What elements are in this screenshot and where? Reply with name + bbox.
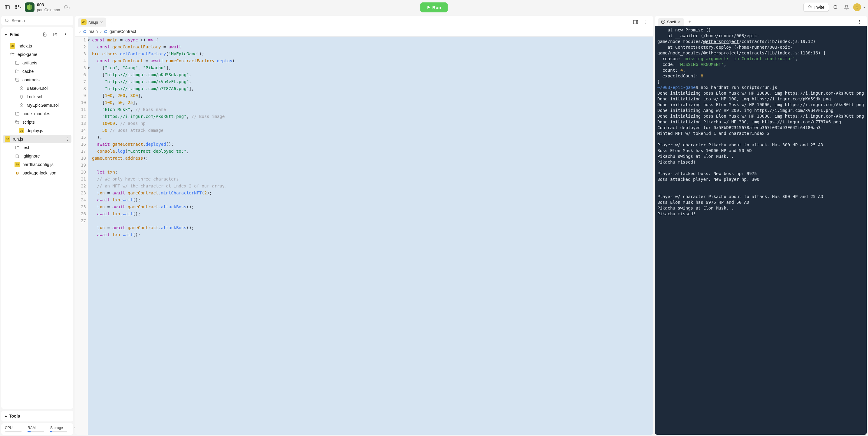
file-row[interactable]: ◐package-lock.json (1, 169, 73, 177)
editor-tab-bar: JS run.js ✕ ＋ ⋮ (75, 16, 653, 27)
breadcrumb[interactable]: › C main › C gameContract (75, 27, 653, 37)
svg-rect-0 (5, 5, 9, 9)
svg-rect-19 (633, 20, 638, 24)
editor-more-icon[interactable]: ⋮ (642, 18, 650, 26)
add-tab-icon[interactable]: ＋ (108, 18, 116, 26)
play-icon (427, 5, 430, 9)
file-row[interactable]: Base64.sol (1, 84, 73, 93)
file-row[interactable]: Lock.sol (1, 93, 73, 101)
chevron-down-icon[interactable]: ▾ (5, 32, 8, 37)
svg-rect-3 (18, 5, 19, 7)
svg-line-14 (8, 22, 9, 22)
cube-icon: C (83, 29, 86, 34)
file-row[interactable]: node_modules (1, 109, 73, 118)
search-icon (5, 19, 9, 23)
add-shell-tab-icon[interactable]: ＋ (686, 18, 694, 26)
breadcrumb-gamecontract[interactable]: gameContract (110, 29, 136, 34)
search-icon[interactable] (831, 3, 840, 11)
storage-label: Storage (50, 426, 67, 430)
file-row[interactable]: .gitignore (1, 152, 73, 160)
shell-output[interactable]: at new Promise () at __awaiter (/home/ru… (655, 26, 867, 435)
invite-button[interactable]: Invite (803, 3, 829, 12)
layout-icon[interactable] (631, 18, 640, 26)
search-box[interactable] (1, 16, 73, 25)
file-row[interactable]: JSindex.js (1, 42, 73, 50)
file-row[interactable]: JShardhat.config.js (1, 160, 73, 169)
tab-label: run.js (88, 20, 98, 25)
shell-tab-bar: Shell ✕ ＋ ⋮ (655, 16, 867, 26)
cpu-label: CPU (5, 426, 22, 430)
shell-icon (661, 20, 665, 24)
js-file-icon: JS (81, 19, 87, 25)
file-tree[interactable]: JSindex.jsepic-gameartifactscachecontrac… (1, 42, 73, 409)
tab-run-js[interactable]: JS run.js ✕ (78, 18, 106, 27)
svg-point-11 (856, 7, 857, 7)
svg-rect-2 (16, 5, 17, 7)
svg-point-10 (855, 5, 859, 9)
nodejs-logo-icon (25, 2, 34, 12)
cube-icon: C (104, 29, 107, 34)
editor-pane: JS run.js ✕ ＋ ⋮ › C main › C gameContrac… (75, 16, 653, 435)
sidebar-toggle-icon[interactable] (3, 3, 11, 11)
close-icon[interactable]: ✕ (100, 20, 103, 25)
close-icon[interactable]: ✕ (678, 20, 681, 24)
files-label: Files (10, 32, 19, 37)
code-editor[interactable]: 1▼2345▼678910111213141516171819202122232… (75, 37, 653, 435)
file-row[interactable]: JSdeploy.js (1, 126, 73, 135)
avatar[interactable] (853, 3, 861, 11)
file-row[interactable]: test (1, 143, 73, 152)
svg-line-9 (837, 8, 837, 9)
tab-shell[interactable]: Shell ✕ (658, 18, 684, 26)
svg-rect-4 (16, 7, 17, 9)
files-header: ▾ Files ⋮ (1, 27, 73, 42)
run-label: Run (432, 5, 441, 10)
invite-icon (808, 5, 813, 10)
run-button[interactable]: Run (420, 2, 447, 12)
shell-more-icon[interactable]: ⋮ (855, 18, 864, 26)
svg-point-13 (5, 19, 8, 22)
file-row[interactable]: scripts (1, 118, 73, 126)
file-row[interactable]: MyEpicGame.sol (1, 101, 73, 109)
invite-label: Invite (814, 5, 825, 10)
tools-panel[interactable]: ▸ Tools (1, 411, 73, 422)
breadcrumb-main[interactable]: main (89, 29, 98, 34)
tools-label: Tools (9, 414, 20, 418)
new-folder-icon[interactable] (51, 30, 59, 39)
project-user: paulCoinman (37, 7, 60, 12)
cloud-saved-icon[interactable] (63, 3, 71, 11)
file-row[interactable]: epic-game (1, 50, 73, 59)
svg-point-12 (858, 7, 858, 7)
topbar: ▾ 003 paulCoinman Run Invite (0, 0, 868, 14)
svg-point-5 (809, 5, 810, 7)
search-input[interactable] (11, 18, 70, 23)
more-icon[interactable]: ⋮ (61, 30, 70, 39)
svg-point-8 (834, 5, 837, 9)
notifications-icon[interactable] (842, 3, 851, 11)
file-row[interactable]: artifacts (1, 59, 73, 67)
file-row[interactable]: JSrun.js⋮ (3, 135, 71, 143)
file-row[interactable]: cache (1, 67, 73, 76)
shell-tab-label: Shell (667, 20, 676, 24)
project-title: 003 (37, 2, 60, 7)
stats-panel: CPU RAM Storage ⌃ (1, 423, 73, 435)
new-file-icon[interactable] (40, 30, 49, 39)
project-info[interactable]: 003 paulCoinman (37, 2, 60, 12)
shell-pane: Shell ✕ ＋ ⋮ at new Promise () at __await… (655, 16, 867, 435)
ram-label: RAM (28, 426, 44, 430)
file-row[interactable]: contracts (1, 76, 73, 84)
avatar-chevron-icon[interactable]: ▾ (864, 6, 865, 9)
apps-icon[interactable]: ▾ (14, 3, 22, 11)
